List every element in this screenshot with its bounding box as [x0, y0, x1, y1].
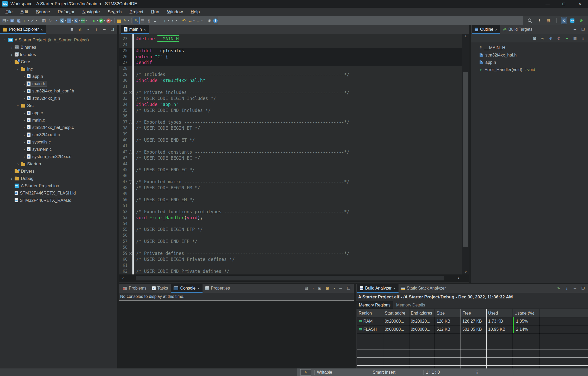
dropdown-arrow-icon[interactable]: ▾ — [176, 19, 177, 22]
tab-project-explorer[interactable]: Project Explorer × — [0, 25, 46, 34]
link-editor-icon[interactable] — [78, 27, 82, 32]
collapse-fold-icon[interactable]: − — [129, 180, 132, 184]
tree-item-includes[interactable]: ›Includes — [0, 51, 117, 58]
dropdown-arrow-icon[interactable]: ▾ — [193, 19, 195, 22]
collapse-fold-icon[interactable]: − — [129, 252, 132, 255]
tree-item-stm32f446retx-ram-ld[interactable]: STM32F446RETX_RAM.ld — [0, 197, 117, 204]
editor-horizontal-scrollbar[interactable]: ‹ › — [119, 274, 462, 282]
collapse-all-icon[interactable] — [532, 36, 537, 41]
chevron-right-icon[interactable]: › — [22, 147, 27, 152]
dropdown-arrow-icon[interactable]: ▾ — [7, 19, 9, 22]
cpp-perspective-button[interactable] — [561, 17, 567, 24]
collapse-all-icon[interactable] — [70, 27, 74, 32]
column-header-used[interactable]: Used — [487, 309, 513, 317]
column-header-size[interactable]: Size — [435, 309, 461, 317]
hide-static-icon[interactable] — [556, 36, 561, 41]
maximize-icon[interactable] — [346, 286, 351, 291]
tree-item-inc[interactable]: ›Inc — [0, 65, 117, 73]
save-all-button[interactable] — [15, 17, 22, 24]
chevron-right-icon[interactable]: › — [22, 96, 27, 101]
dropdown-arrow-icon[interactable]: ▾ — [79, 19, 80, 22]
chevron-right-icon[interactable]: › — [22, 118, 27, 122]
outline-item-main-h[interactable]: #__MAIN_H — [471, 44, 588, 51]
tree-item-stm32f4xx-it-h[interactable]: ›stm32f4xx_it.h — [0, 95, 117, 102]
refresh-button[interactable] — [47, 17, 53, 24]
tree-item-sysmem-c[interactable]: ›sysmem.c — [0, 146, 117, 153]
chevron-right-icon[interactable]: › — [9, 52, 14, 57]
menu-navigate[interactable]: Navigate — [78, 9, 104, 15]
dropdown-arrow-icon[interactable]: ▾ — [334, 287, 335, 290]
chevron-right-icon[interactable]: › — [22, 133, 27, 137]
pin-console-icon[interactable] — [317, 286, 322, 291]
minimize-view-icon[interactable] — [573, 27, 577, 32]
dropdown-arrow-icon[interactable]: ▾ — [36, 19, 37, 22]
show-public-icon[interactable] — [565, 36, 569, 41]
flash-download-button[interactable]: ▾ — [22, 17, 30, 24]
dropdown-arrow-icon[interactable]: ▾ — [104, 19, 105, 22]
fold-marker[interactable]: − — [128, 149, 132, 155]
tree-item-main-c[interactable]: ›main.c — [0, 116, 117, 124]
fold-marker[interactable]: − — [128, 90, 132, 96]
chevron-right-icon[interactable]: › — [22, 125, 27, 130]
outline-item-app-h[interactable]: app.h — [471, 59, 588, 66]
build-button[interactable]: ▾ — [29, 17, 38, 24]
format-button[interactable] — [152, 17, 158, 24]
binary-file-button[interactable] — [41, 17, 47, 24]
scroll-left-icon[interactable]: ‹ — [119, 276, 127, 280]
chevron-right-icon[interactable]: › — [22, 89, 27, 93]
column-header-end-addres[interactable]: End addres — [409, 309, 435, 317]
dropdown-arrow-icon[interactable]: ▾ — [128, 19, 129, 22]
chevron-right-icon[interactable]: › — [9, 176, 14, 181]
tree-item-startup[interactable]: ›Startup — [0, 160, 117, 167]
back-button[interactable]: ▾ — [187, 17, 195, 24]
menu-project[interactable]: Project — [126, 9, 147, 15]
scroll-up-icon[interactable]: ∧ — [462, 34, 469, 39]
chevron-down-icon[interactable]: › — [16, 67, 20, 71]
dropdown-arrow-icon[interactable]: ▾ — [97, 19, 98, 22]
chevron-right-icon[interactable]: › — [22, 82, 27, 86]
chevron-right-icon[interactable]: › — [16, 162, 20, 166]
chevron-right-icon[interactable]: › — [9, 169, 14, 173]
minimize-icon[interactable] — [573, 286, 577, 291]
maximize-icon[interactable] — [110, 27, 115, 32]
tree-item-binaries[interactable]: ›Binaries — [0, 43, 117, 51]
chevron-right-icon[interactable]: › — [22, 74, 27, 79]
tab-console[interactable]: Console× — [171, 284, 202, 293]
fold-marker[interactable]: − — [128, 179, 132, 185]
filter-icon[interactable] — [86, 27, 90, 32]
chevron-right-icon[interactable]: › — [22, 111, 27, 115]
edit-button[interactable]: ▾ — [122, 17, 130, 24]
tab-build-analyzer[interactable]: Build Analyzer × — [357, 284, 399, 293]
tab-main-h[interactable]: main.h × — [121, 25, 149, 34]
view-menu-icon[interactable] — [565, 286, 569, 291]
close-tab-icon[interactable]: × — [393, 286, 396, 291]
editor-mode-icon[interactable] — [300, 369, 311, 375]
c-project-button[interactable]: ▾ — [74, 17, 81, 24]
view-menu-icon[interactable] — [94, 27, 99, 32]
tree-item-drivers[interactable]: ›Drivers — [0, 167, 117, 175]
open-perspective-button[interactable] — [546, 17, 552, 24]
subtab-memory-regions[interactable]: Memory Regions — [356, 301, 393, 309]
column-header-region[interactable]: Region — [357, 309, 383, 317]
overflow-button[interactable] — [536, 17, 542, 24]
next-annotation-button[interactable]: ▾ — [162, 17, 170, 24]
scroll-right-icon[interactable]: › — [455, 276, 462, 280]
build-active-config-button[interactable]: ▾ — [60, 17, 67, 24]
outline-item-error-handler-void[interactable]: +Error_Handler(void) : void — [471, 66, 588, 73]
new-c-project-button[interactable]: ▾ — [66, 17, 74, 24]
tree-item-core[interactable]: ›Core — [0, 58, 117, 65]
sash-explorer-editor[interactable] — [117, 25, 119, 368]
tab-tasks[interactable]: Tasks — [149, 284, 171, 293]
editor-vertical-scrollbar[interactable]: ∧ ∨ — [462, 34, 469, 274]
tab-build-targets[interactable]: Build Targets — [500, 25, 535, 34]
tab-static-stack-analyzer[interactable]: Static Stack Analyzer — [399, 284, 449, 293]
tree-item-debug[interactable]: ›Debug — [0, 175, 117, 182]
tree-item-stm32f446retx-flash-ld[interactable]: STM32F446RETX_FLASH.ld — [0, 189, 117, 197]
history-button[interactable] — [53, 17, 60, 24]
memory-row-flash[interactable]: FLASH0x08000...0x08080...512 KB501.05 KB… — [357, 325, 588, 333]
column-header-usage[interactable]: Usage (%) — [513, 309, 539, 317]
forward-button[interactable]: ▾ — [195, 17, 203, 24]
tree-item-src[interactable]: ›Src — [0, 102, 117, 109]
minimize-window-button[interactable]: — — [540, 0, 556, 8]
close-tab-icon[interactable]: × — [197, 286, 200, 291]
